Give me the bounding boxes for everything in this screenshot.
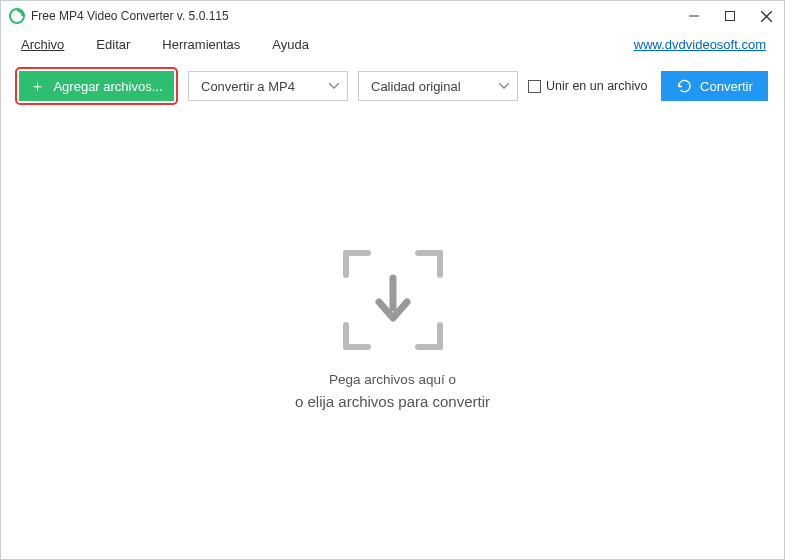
vendor-link[interactable]: www.dvdvideosoft.com bbox=[634, 37, 774, 52]
dropzone-text-2: o elija archivos para convertir bbox=[295, 393, 490, 410]
app-title: Free MP4 Video Converter v. 5.0.115 bbox=[31, 9, 229, 23]
format-selected: Convertir a MP4 bbox=[201, 79, 295, 94]
refresh-icon bbox=[677, 79, 692, 94]
quality-dropdown[interactable]: Calidad original bbox=[358, 71, 518, 101]
titlebar: Free MP4 Video Converter v. 5.0.115 bbox=[1, 1, 784, 31]
add-files-label: Agregar archivos... bbox=[53, 79, 162, 94]
dropzone-text-1: Pega archivos aquí o bbox=[329, 372, 456, 387]
menubar: Archivo Editar Herramientas Ayuda www.dv… bbox=[1, 31, 784, 57]
chevron-down-icon bbox=[329, 83, 339, 89]
convert-label: Convertir bbox=[700, 79, 753, 94]
menu-help[interactable]: Ayuda bbox=[262, 34, 319, 55]
dropzone[interactable]: Pega archivos aquí o o elija archivos pa… bbox=[1, 115, 784, 545]
svg-rect-2 bbox=[726, 12, 735, 21]
toolbar: ＋ Agregar archivos... Convertir a MP4 Ca… bbox=[1, 57, 784, 115]
plus-icon: ＋ bbox=[30, 77, 45, 96]
format-dropdown[interactable]: Convertir a MP4 bbox=[188, 71, 348, 101]
window-controls bbox=[676, 2, 784, 30]
menu-file[interactable]: Archivo bbox=[11, 34, 74, 55]
dropzone-icon bbox=[343, 250, 443, 350]
app-icon bbox=[9, 8, 25, 24]
arrow-down-icon bbox=[373, 274, 413, 326]
maximize-button[interactable] bbox=[712, 2, 748, 30]
menu-edit[interactable]: Editar bbox=[86, 34, 140, 55]
highlight-add-files: ＋ Agregar archivos... bbox=[15, 67, 178, 105]
minimize-button[interactable] bbox=[676, 2, 712, 30]
add-files-button[interactable]: ＋ Agregar archivos... bbox=[19, 71, 174, 101]
checkbox-box bbox=[528, 80, 541, 93]
chevron-down-icon bbox=[499, 83, 509, 89]
convert-button[interactable]: Convertir bbox=[661, 71, 768, 101]
join-files-label: Unir en un archivo bbox=[546, 79, 647, 93]
quality-selected: Calidad original bbox=[371, 79, 461, 94]
close-button[interactable] bbox=[748, 2, 784, 30]
menu-tools[interactable]: Herramientas bbox=[152, 34, 250, 55]
join-files-checkbox[interactable]: Unir en un archivo bbox=[528, 79, 647, 93]
